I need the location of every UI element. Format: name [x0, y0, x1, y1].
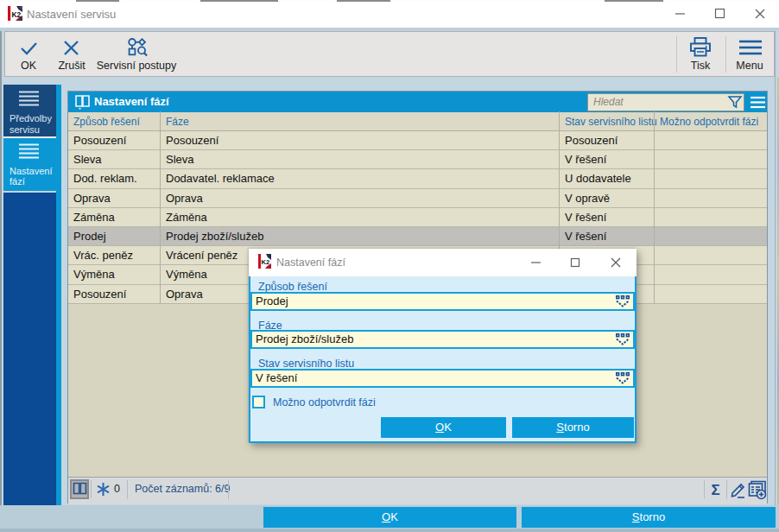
svg-text:K2: K2 — [262, 258, 270, 266]
svg-text:K2: K2 — [11, 10, 21, 19]
